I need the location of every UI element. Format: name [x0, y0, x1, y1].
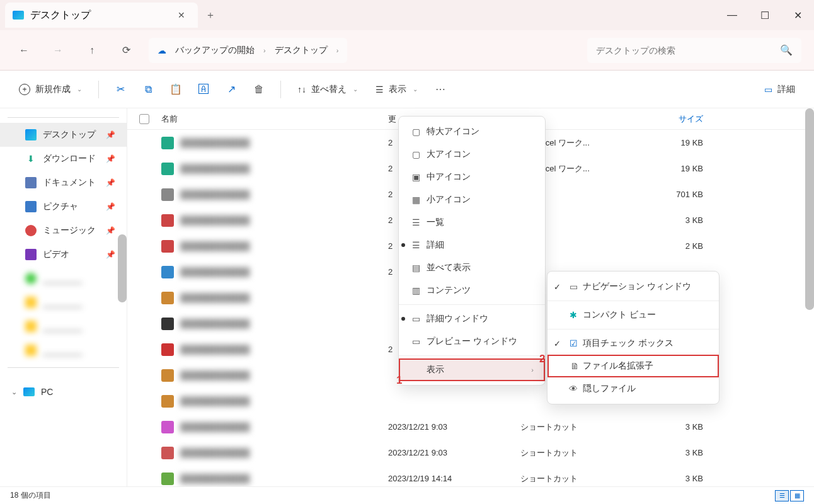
back-button[interactable]: ←	[13, 39, 35, 62]
sidebar-item-documents[interactable]: ドキュメント 📌	[0, 171, 127, 195]
menu-item-large-icons[interactable]: ▢大アイコン	[399, 143, 545, 166]
sidebar-item-pictures[interactable]: ピクチャ 📌	[0, 195, 127, 219]
search-input[interactable]	[596, 45, 772, 55]
submenu-item-navigation-pane[interactable]: ✓▭ナビゲーション ウィンドウ	[547, 275, 719, 298]
pin-icon: 📌	[106, 226, 115, 235]
check-icon: ✓	[554, 282, 561, 292]
more-icon[interactable]: ⋯	[429, 78, 452, 101]
view-label: 表示	[389, 84, 406, 95]
sidebar-scrollbar[interactable]	[118, 234, 127, 302]
rename-icon[interactable]: 🄰	[192, 78, 215, 101]
breadcrumb-item-1[interactable]: バックアップの開始	[175, 45, 255, 56]
file-icon	[161, 369, 174, 382]
details-icon: ☰	[410, 239, 421, 251]
sidebar-item-videos[interactable]: ビデオ 📌	[0, 243, 127, 266]
extra-large-icon: ▢	[410, 126, 421, 137]
submenu-item-compact-view[interactable]: ✱コンパクト ビュー	[547, 304, 719, 326]
select-all-checkbox[interactable]	[127, 114, 161, 124]
refresh-button[interactable]: ⟳	[115, 39, 137, 62]
file-icon	[161, 447, 174, 459]
pin-icon: 📌	[106, 130, 115, 139]
paste-icon[interactable]: 📋	[164, 78, 187, 101]
menu-item-tiles[interactable]: ▤並べて表示	[399, 256, 545, 279]
delete-icon[interactable]: 🗑	[248, 78, 270, 101]
forward-button[interactable]: →	[47, 39, 69, 62]
chevron-right-icon: ›	[336, 47, 339, 54]
file-icon	[161, 266, 174, 278]
sidebar-item-downloads[interactable]: ⬇ ダウンロード 📌	[0, 147, 127, 171]
submenu-item-item-checkboxes[interactable]: ✓☑項目チェック ボックス	[547, 332, 719, 355]
menu-item-content[interactable]: ▥コンテンツ	[399, 279, 545, 302]
chevron-right-icon: ›	[531, 366, 534, 374]
show-submenu: ✓▭ナビゲーション ウィンドウ ✱コンパクト ビュー ✓☑項目チェック ボックス…	[547, 271, 719, 404]
navigation-pane-icon: ▭	[568, 281, 579, 292]
sidebar-item-music[interactable]: ミュージック 📌	[0, 219, 127, 243]
sidebar-item-desktop[interactable]: デスクトップ 📌	[0, 123, 127, 147]
details-view-icon[interactable]: ☰	[775, 490, 789, 501]
sidebar-item-blurred[interactable]: ________	[0, 290, 127, 314]
column-name[interactable]: 名前	[161, 113, 388, 125]
search-box[interactable]: 🔍	[587, 38, 801, 63]
picture-icon	[25, 201, 37, 212]
close-window-button[interactable]: ✕	[781, 3, 814, 28]
table-row[interactable]: ████████████ 2023/12/19 14:14 ショートカット 3 …	[127, 466, 814, 486]
view-menu: ▢特大アイコン ▢大アイコン ▣中アイコン ▦小アイコン ☰一覧 ☰詳細 ▤並べ…	[398, 116, 546, 386]
file-icon	[161, 137, 174, 149]
menu-item-show[interactable]: 表示›	[399, 358, 545, 381]
main-scrollbar[interactable]	[805, 108, 814, 310]
menu-item-preview-pane[interactable]: ▭プレビュー ウィンドウ	[399, 330, 545, 353]
details-icon: ▭	[764, 84, 772, 94]
sidebar-label: デスクトップ	[43, 129, 96, 140]
annotation-2: 2	[539, 353, 545, 365]
table-row[interactable]: ████████████ 2023/12/21 9:03 ショートカット 3 K…	[127, 440, 814, 466]
file-icon	[161, 343, 174, 356]
menu-item-small-icons[interactable]: ▦小アイコン	[399, 188, 545, 211]
preview-pane-icon: ▭	[410, 336, 421, 347]
breadcrumb-item-2[interactable]: デスクトップ	[275, 45, 328, 56]
menu-item-details[interactable]: ☰詳細	[399, 234, 545, 256]
sort-icon: ↑↓	[297, 84, 306, 94]
view-icon: ☰	[375, 84, 384, 94]
sort-button[interactable]: ↑↓ 並べ替え ⌄	[291, 80, 364, 99]
table-row[interactable]: ████████████ 2023/12/21 9:03 ショートカット 3 K…	[127, 414, 814, 440]
chevron-down-icon: ⌄	[413, 86, 418, 93]
cut-icon[interactable]: ✂	[109, 78, 132, 101]
list-icon: ☰	[410, 217, 421, 228]
breadcrumb[interactable]: ☁ バックアップの開始 › デスクトップ ›	[149, 38, 347, 63]
copy-icon[interactable]: ⧉	[137, 78, 159, 101]
column-size[interactable]: サイズ	[640, 113, 703, 125]
sidebar-label: ビデオ	[43, 249, 69, 260]
menu-item-details-pane[interactable]: ▭詳細ウィンドウ	[399, 307, 545, 330]
share-icon[interactable]: ↗	[220, 78, 243, 101]
maximize-button[interactable]: ☐	[748, 3, 781, 28]
sidebar: デスクトップ 📌 ⬇ ダウンロード 📌 ドキュメント 📌 ピクチャ 📌 ミュージ…	[0, 108, 127, 486]
new-tab-button[interactable]: ＋	[198, 3, 223, 28]
minimize-button[interactable]: —	[716, 3, 748, 28]
view-button[interactable]: ☰ 表示 ⌄	[369, 80, 424, 99]
details-pane-button[interactable]: ▭ 詳細	[758, 80, 801, 99]
up-button[interactable]: ↑	[81, 39, 103, 62]
desktop-icon	[13, 11, 24, 20]
menu-item-list[interactable]: ☰一覧	[399, 211, 545, 234]
submenu-item-hidden-files[interactable]: 👁隠しファイル	[547, 377, 719, 400]
cloud-icon: ☁	[158, 45, 166, 55]
submenu-item-file-extensions[interactable]: 🗎ファイル名拡張子	[547, 355, 719, 377]
sidebar-item-blurred[interactable]: ________	[0, 314, 127, 338]
menu-item-extra-large-icons[interactable]: ▢特大アイコン	[399, 120, 545, 143]
video-icon	[25, 249, 37, 260]
pc-label: PC	[41, 387, 53, 397]
file-icon	[161, 395, 174, 408]
large-icon: ▢	[410, 149, 421, 160]
sidebar-item-blurred[interactable]: ________	[0, 338, 127, 362]
new-label: 新規作成	[35, 84, 71, 95]
menu-item-medium-icons[interactable]: ▣中アイコン	[399, 166, 545, 188]
sidebar-item-pc[interactable]: ⌄ PC	[0, 381, 127, 403]
large-icons-view-icon[interactable]: ▦	[790, 490, 804, 501]
desktop-icon	[25, 129, 37, 140]
sidebar-item-blurred[interactable]: ________	[0, 266, 127, 290]
pin-icon: 📌	[106, 154, 115, 163]
close-tab-icon[interactable]: ✕	[173, 6, 190, 24]
tab-desktop[interactable]: デスクトップ ✕	[5, 3, 198, 28]
new-button[interactable]: + 新規作成 ⌄	[13, 80, 88, 99]
pin-icon: 📌	[106, 250, 115, 259]
